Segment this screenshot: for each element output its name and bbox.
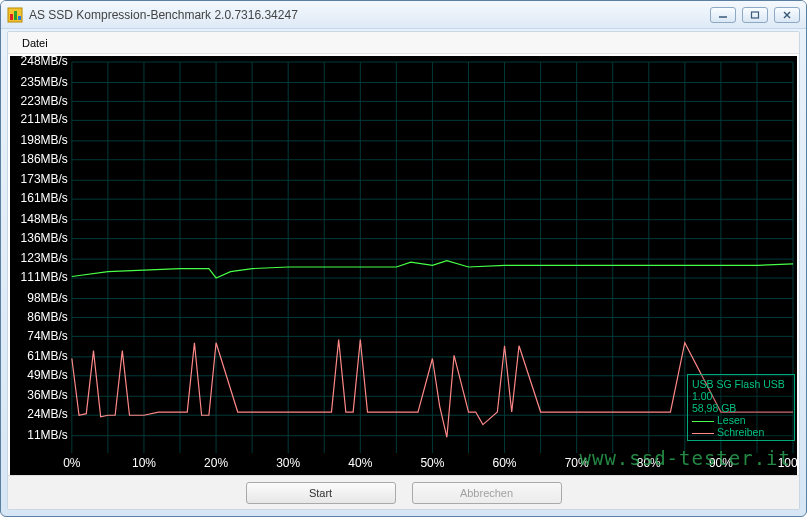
svg-text:173MB/s: 173MB/s — [21, 172, 68, 186]
window-controls — [710, 7, 800, 23]
svg-text:235MB/s: 235MB/s — [21, 75, 68, 89]
titlebar: AS SSD Kompression-Benchmark 2.0.7316.34… — [1, 1, 806, 29]
close-button[interactable] — [774, 7, 800, 23]
svg-text:223MB/s: 223MB/s — [21, 94, 68, 108]
device-fw: 1.00 — [692, 390, 790, 402]
svg-text:211MB/s: 211MB/s — [21, 112, 68, 126]
svg-text:198MB/s: 198MB/s — [21, 133, 68, 147]
svg-text:248MB/s: 248MB/s — [21, 56, 68, 68]
chart-area: 11MB/s24MB/s36MB/s49MB/s61MB/s74MB/s86MB… — [10, 56, 797, 475]
minimize-button[interactable] — [710, 7, 736, 23]
svg-text:74MB/s: 74MB/s — [27, 329, 68, 343]
app-window: AS SSD Kompression-Benchmark 2.0.7316.34… — [0, 0, 807, 517]
svg-text:60%: 60% — [493, 456, 517, 470]
svg-rect-5 — [752, 12, 759, 18]
legend-write: Schreiben — [692, 426, 790, 438]
svg-text:70%: 70% — [565, 456, 589, 470]
legend-read: Lesen — [692, 414, 790, 426]
client-area: Datei 11MB/s24MB/s36MB/s49MB/s61MB/s74MB… — [7, 31, 800, 510]
svg-text:123MB/s: 123MB/s — [21, 251, 68, 265]
chart-canvas: 11MB/s24MB/s36MB/s49MB/s61MB/s74MB/s86MB… — [10, 56, 797, 475]
svg-text:161MB/s: 161MB/s — [21, 191, 68, 205]
menubar: Datei — [8, 32, 799, 54]
svg-text:136MB/s: 136MB/s — [21, 231, 68, 245]
svg-rect-3 — [18, 16, 21, 20]
svg-text:11MB/s: 11MB/s — [27, 428, 68, 442]
button-row: Start Abbrechen — [8, 475, 799, 509]
maximize-button[interactable] — [742, 7, 768, 23]
app-icon — [7, 7, 23, 23]
svg-text:50%: 50% — [420, 456, 444, 470]
menu-datei[interactable]: Datei — [16, 35, 54, 51]
start-button[interactable]: Start — [246, 482, 396, 504]
svg-rect-1 — [10, 14, 13, 20]
device-name: USB SG Flash USB — [692, 378, 790, 390]
svg-rect-2 — [14, 11, 17, 20]
svg-text:40%: 40% — [348, 456, 372, 470]
svg-text:36MB/s: 36MB/s — [27, 388, 68, 402]
svg-text:49MB/s: 49MB/s — [27, 368, 68, 382]
svg-text:24MB/s: 24MB/s — [27, 407, 68, 421]
device-size: 58,98 GB — [692, 402, 790, 414]
svg-text:90%: 90% — [709, 456, 733, 470]
svg-text:86MB/s: 86MB/s — [27, 310, 68, 324]
svg-text:61MB/s: 61MB/s — [27, 349, 68, 363]
svg-text:148MB/s: 148MB/s — [21, 212, 68, 226]
svg-text:20%: 20% — [204, 456, 228, 470]
svg-text:186MB/s: 186MB/s — [21, 152, 68, 166]
svg-text:0%: 0% — [63, 456, 81, 470]
svg-text:10%: 10% — [132, 456, 156, 470]
svg-text:100%: 100% — [778, 456, 797, 470]
svg-text:111MB/s: 111MB/s — [21, 270, 68, 284]
svg-text:98MB/s: 98MB/s — [27, 291, 68, 305]
device-info-box: USB SG Flash USB 1.00 58,98 GB Lesen Sch… — [687, 374, 795, 441]
svg-text:30%: 30% — [276, 456, 300, 470]
svg-text:80%: 80% — [637, 456, 661, 470]
window-title: AS SSD Kompression-Benchmark 2.0.7316.34… — [29, 8, 710, 22]
abort-button[interactable]: Abbrechen — [412, 482, 562, 504]
